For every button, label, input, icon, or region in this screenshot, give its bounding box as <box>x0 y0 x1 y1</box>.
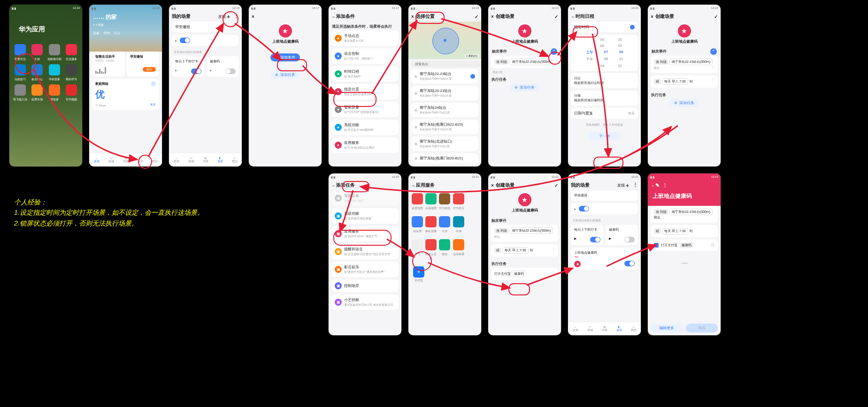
task-type-item[interactable]: ▣小艺技能通过设备动作启动小艺,包含设置每日问... <box>335 297 395 307</box>
add-condition-button[interactable]: ⊕ 添加条件 <box>270 53 300 61</box>
check-icon[interactable]: ✓ <box>714 14 718 19</box>
app-service-icon[interactable] <box>453 216 464 227</box>
app-service-icon[interactable] <box>453 193 464 204</box>
time-picker[interactable]: 0528 0629 上午0730 下午0831 0932 <box>571 35 638 71</box>
alipay-icon[interactable]: 支支付宝 <box>413 266 424 283</box>
task-type-item[interactable]: ▣影音娱乐如"播放华为音乐""播放系统铃声" <box>335 264 395 274</box>
screen-b2-appservices: ▮▯▮12:21 ←应用服务 百度地图高德地图华为钱包华为音乐 快应用换机克隆日… <box>408 173 481 335</box>
screen-9-createscene2: ▮▯▮12:20 ×创建场景✓ ★ 上班地点健康码 触发事件+ 当 到达南宁东站… <box>648 5 721 166</box>
app-service-icon[interactable] <box>412 239 423 250</box>
app-icon[interactable] <box>31 44 43 55</box>
condition-item[interactable]: ●语音控制如"小艺小艺，我回家了" <box>335 51 395 61</box>
condition-item[interactable]: ●时间日程如"每天8点时" <box>335 69 395 79</box>
edit-icon[interactable]: ✎ <box>655 182 660 188</box>
task-type-item[interactable]: ▣应用服务如"倒计时1分钟""播报天气" <box>335 229 395 239</box>
app-service-icon[interactable] <box>425 193 437 204</box>
search-input[interactable] <box>411 61 481 67</box>
toggle[interactable] <box>225 68 236 74</box>
add-trigger-icon[interactable]: + <box>710 48 717 55</box>
toggle[interactable] <box>180 38 190 43</box>
toggle[interactable] <box>191 68 201 74</box>
place-item[interactable]: ◎南宁东站22-23站台长虹路66号南宁东站1F层 <box>415 71 475 81</box>
close-icon[interactable]: × <box>411 14 416 19</box>
back-icon[interactable]: ← <box>411 183 416 188</box>
check-icon[interactable]: ✓ <box>554 183 558 188</box>
more-link[interactable]: 更多 <box>150 103 156 107</box>
screen-b5-scenedetail: ▮▯▮12:22 ←✎⋮ 上班地点健康码 当 到达南宁东站22-23站台(500… <box>648 173 721 335</box>
screen-b1-addtask: ▮▯▮12:20 ←添加任务 ▣智能设备设备可执行选定▣系统功能如"提荐模式/锁… <box>329 173 401 335</box>
add-icon[interactable]: ＋ <box>625 182 630 189</box>
app-icon[interactable] <box>49 64 60 75</box>
close-icon[interactable]: × <box>491 14 496 19</box>
place-item[interactable]: ◎南宁东站(北进站口)长虹路66号南宁东站1层 <box>415 139 475 149</box>
relocate-button[interactable]: ⊕ 重新定位 <box>465 54 479 58</box>
place-item[interactable]: ◎南宁东站(检票口B22-B23)长虹路66号南宁东站1F层 <box>415 122 475 132</box>
condition-item[interactable]: ●指定位置指定位置到达或离开时 <box>335 87 395 97</box>
app-icon[interactable] <box>49 44 60 55</box>
app-icon[interactable] <box>31 64 43 75</box>
bottom-tabs[interactable]: ⌂家居 ▭商城 ▤内容 ◐场景 ☺我的 <box>169 153 242 166</box>
app-icon[interactable] <box>15 84 26 96</box>
check-icon[interactable]: ✓ <box>554 14 558 19</box>
check-icon[interactable]: ✓ <box>475 14 478 19</box>
app-service-icon[interactable] <box>453 239 464 250</box>
screen-8-time: ▮▯▮12:20 ←时间日程 指定时间 0528 0629 上午0730 下午0… <box>568 5 641 166</box>
app-icon[interactable] <box>49 84 60 96</box>
map[interactable]: ⊕ 重新定位 <box>408 22 481 59</box>
task-type-item[interactable]: ▣控制场景 <box>335 282 395 289</box>
screen-4-newscene: ▮▯▮12:17 × ★ 上班地点健康码 ⊕ 添加条件 ⊕ 添加任务 <box>249 5 322 166</box>
app-icon[interactable] <box>66 84 77 96</box>
app-service-icon[interactable] <box>425 216 437 227</box>
app-service-icon[interactable] <box>439 216 450 227</box>
add-task-button[interactable]: ⊕ 添加任务 <box>270 71 300 79</box>
star-icon: ★ <box>279 24 292 38</box>
tutorial-canvas: ▮▯▮12:16 华为应用 智慧生活主厨花粉俱乐部生活服务玩机技巧会员中心手机管… <box>0 0 732 347</box>
app-service-icon[interactable] <box>425 239 437 250</box>
place-item[interactable]: ◎南宁东站24站台长虹路66号南宁东站1层 <box>415 105 475 115</box>
more-icon[interactable]: ⋮ <box>662 182 668 188</box>
add-task-button[interactable]: ⊕ 添加任务 <box>669 99 699 107</box>
condition-item[interactable]: ●系统功能如"开启蓝牙/Wifi/闹钟时" <box>335 122 395 132</box>
screen-5-addcondition: ▮▯▮12:17 ←添加条件 满足所选触发条件时，场景将会执行 ●手动点击单击场… <box>329 5 401 166</box>
tutorial-notes: 个人经验： 1.设定指定时间为定时打开场景，如不设定，会一直执行这场景。 2.锁… <box>14 197 204 228</box>
close-icon[interactable]: × <box>651 14 655 19</box>
app-icon[interactable] <box>66 44 77 55</box>
app-icon[interactable] <box>15 64 26 75</box>
add-trigger-icon[interactable]: + <box>551 48 557 55</box>
app-service-icon[interactable] <box>439 239 450 250</box>
app-icon[interactable] <box>15 44 26 55</box>
add-task-button[interactable]: ⊕ 添加任务 <box>510 83 539 91</box>
place-item[interactable]: ◎南宁东站20-21站台长虹路66号南宁东站1F层 <box>415 88 475 98</box>
place-item[interactable]: ◎南宁东站(检票门B20-B21) <box>415 156 475 161</box>
next-button[interactable]: 下一步 <box>588 132 621 141</box>
more-icon[interactable]: ⋮ <box>633 182 638 189</box>
task-type-item: ▣智能设备设备可执行选定 <box>335 193 395 203</box>
back-icon[interactable]: ← <box>331 183 336 188</box>
bottom-tabs[interactable]: ⌂家居 ▭商城 ▤内容 ◐场景 ☺我的 <box>89 153 162 166</box>
screen-2-smartlife: ▮▯▮12:15 …… 的家 2 个设备 设备空间我家 智慧生活助手 4月11日… <box>89 5 162 166</box>
task-type-item[interactable]: ▣系统功能如"提荐模式/锁定屏幕" <box>335 211 395 221</box>
condition-item[interactable]: ●手动点击单击场景卡片时 <box>335 33 395 43</box>
back-icon[interactable]: ← <box>651 183 655 188</box>
close-icon[interactable]: × <box>491 183 496 188</box>
discover-link[interactable]: 发现 <box>218 14 226 19</box>
run-button[interactable]: 执行 <box>143 67 156 72</box>
app-service-icon[interactable] <box>412 193 423 204</box>
more-icon[interactable]: ⋮ <box>234 13 239 20</box>
screen-3-myscenes: ▮▯▮12:15 我的场景发现＋⋮ 早安播报 ▶ 仅支持自动执行的场景 每日上下… <box>169 5 242 166</box>
condition-item[interactable]: ●应用服务如"打开/联动指定应用时" <box>335 140 395 150</box>
close-icon[interactable]: × <box>252 14 256 19</box>
back-icon[interactable]: ← <box>571 14 576 19</box>
status-bar: ▮▯▮12:15 <box>89 5 162 11</box>
back-icon[interactable]: ← <box>331 14 336 19</box>
save-button[interactable]: 保存 <box>686 324 718 332</box>
home-tabs[interactable]: 设备空间我家 <box>89 27 162 39</box>
task-type-item[interactable]: ▣提醒和语音如"发送提醒/消息通知""指定语音文件" <box>335 247 395 256</box>
app-icon[interactable] <box>31 84 43 96</box>
app-icon[interactable] <box>66 64 77 75</box>
edit-more-button[interactable]: 编辑更多 <box>651 324 683 332</box>
app-service-icon[interactable] <box>439 193 450 204</box>
condition-item[interactable]: ●智能设备如"当开灯时"(放置新设备后) <box>335 105 395 114</box>
app-service-icon[interactable] <box>412 216 423 227</box>
add-icon[interactable]: ＋ <box>226 13 231 20</box>
